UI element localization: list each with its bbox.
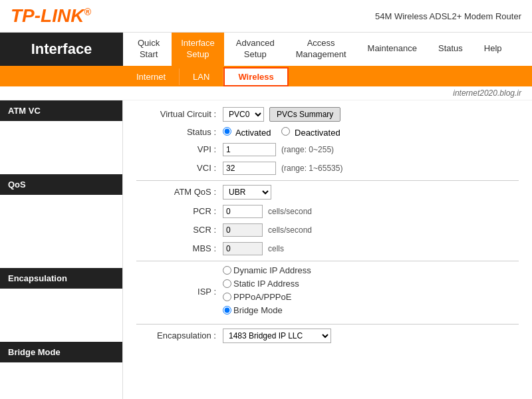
- virtual-circuit-row: Virtual Circuit : PVC0PVC1PVC2 PVC3PVC4P…: [136, 107, 519, 122]
- scr-row: SCR : cells/second: [136, 223, 519, 237]
- nav-item-interface-setup[interactable]: Interface Setup: [172, 33, 224, 66]
- main-content: ATM VC QoS Encapsulation Bridge Mode Vir…: [0, 100, 532, 399]
- status-deactivated-radio[interactable]: [281, 127, 290, 136]
- nav-item-quick-start[interactable]: Quick Start: [128, 33, 169, 66]
- status-control: Activated Deactivated: [223, 127, 340, 138]
- mbs-control: cells: [223, 242, 284, 255]
- atm-qos-control: UBRCBRrt-VBRnrt-VBR: [223, 185, 271, 200]
- vpi-range: (range: 0~255): [281, 145, 334, 154]
- watermark-bar: internet2020.blog.ir: [0, 86, 532, 100]
- sidebar-section-encapsulation: Encapsulation: [0, 268, 122, 289]
- atm-qos-select[interactable]: UBRCBRrt-VBRnrt-VBR: [223, 185, 271, 200]
- vpi-label: VPI :: [136, 144, 223, 154]
- status-deactivated-label[interactable]: Deactivated: [281, 127, 340, 138]
- isp-label: ISP :: [136, 287, 223, 297]
- isp-label-row: ISP : Dynamic IP Address Static IP Addre…: [136, 265, 519, 319]
- sidebar: ATM VC QoS Encapsulation Bridge Mode: [0, 100, 123, 399]
- virtual-circuit-select[interactable]: PVC0PVC1PVC2 PVC3PVC4PVC5 PVC6PVC7: [223, 107, 264, 122]
- header: TP-LINK® 54M Wireless ADSL2+ Modem Route…: [0, 0, 532, 33]
- vpi-control: (range: 0~255): [223, 143, 334, 156]
- isp-section: ISP : Dynamic IP Address Static IP Addre…: [136, 265, 519, 319]
- isp-bridge-radio[interactable]: [223, 306, 231, 315]
- mbs-row: MBS : cells: [136, 242, 519, 255]
- nav-left-label: Interface: [0, 33, 123, 66]
- nav-item-maintenance[interactable]: Maintenance: [358, 38, 426, 60]
- scr-unit: cells/second: [268, 225, 312, 235]
- logo-text: TP-LINK: [11, 5, 84, 26]
- atm-qos-label: ATM QoS :: [136, 187, 223, 197]
- nav-item-status[interactable]: Status: [429, 38, 472, 60]
- isp-dynamic-row: Dynamic IP Address: [223, 265, 311, 275]
- isp-pppoa-row: PPPoA/PPPoE: [223, 292, 311, 302]
- content-area: Virtual Circuit : PVC0PVC1PVC2 PVC3PVC4P…: [123, 100, 532, 399]
- watermark-text: internet2020.blog.ir: [453, 88, 521, 98]
- logo: TP-LINK®: [11, 5, 91, 27]
- virtual-circuit-control: PVC0PVC1PVC2 PVC3PVC4PVC5 PVC6PVC7 PVCs …: [223, 107, 340, 122]
- sub-nav: Internet LAN Wireless: [0, 67, 532, 86]
- isp-static-row: Static IP Address: [223, 279, 311, 289]
- sub-nav-internet[interactable]: Internet: [123, 68, 180, 85]
- isp-pppoa-radio[interactable]: [223, 293, 231, 301]
- scr-control: cells/second: [223, 223, 312, 237]
- vci-row: VCI : (range: 1~65535): [136, 162, 519, 175]
- pcr-unit: cells/second: [268, 207, 312, 216]
- encapsulation-label: Encapsulation :: [136, 331, 223, 340]
- top-nav: Interface Quick Start Interface Setup Ad…: [0, 33, 532, 67]
- vci-input[interactable]: [223, 162, 276, 175]
- mbs-label: MBS :: [136, 243, 223, 253]
- divider-1: [136, 180, 519, 181]
- status-label: Status :: [136, 127, 223, 137]
- sidebar-section-qos: QoS: [0, 174, 122, 195]
- vci-range: (range: 1~65535): [281, 164, 342, 173]
- nav-items: Quick Start Interface Setup Advanced Set…: [123, 33, 532, 66]
- isp-static-label[interactable]: Static IP Address: [233, 279, 299, 289]
- encapsulation-control: 1483 Bridged IP LLC 1483 Bridged IP VC-M…: [223, 329, 331, 343]
- pcr-row: PCR : cells/second: [136, 205, 519, 218]
- status-activated-label[interactable]: Activated: [223, 127, 271, 138]
- vci-label: VCI :: [136, 163, 223, 173]
- vci-control: (range: 1~65535): [223, 162, 342, 175]
- divider-2: [136, 261, 519, 261]
- nav-item-help[interactable]: Help: [475, 38, 511, 60]
- isp-options: Dynamic IP Address Static IP Address PPP…: [223, 265, 311, 319]
- scr-input[interactable]: [223, 223, 263, 237]
- vpi-row: VPI : (range: 0~255): [136, 143, 519, 156]
- status-activated-text: Activated: [235, 128, 271, 138]
- sidebar-section-atm-vc: ATM VC: [0, 100, 122, 121]
- mbs-unit: cells: [268, 244, 284, 253]
- vpi-input[interactable]: [223, 143, 276, 156]
- sub-nav-wireless[interactable]: Wireless: [223, 67, 288, 86]
- isp-dynamic-radio[interactable]: [223, 266, 231, 275]
- encapsulation-select[interactable]: 1483 Bridged IP LLC 1483 Bridged IP VC-M…: [223, 329, 331, 343]
- pcr-control: cells/second: [223, 205, 312, 218]
- isp-dynamic-label[interactable]: Dynamic IP Address: [233, 265, 311, 275]
- pcr-label: PCR :: [136, 206, 223, 216]
- isp-bridge-label[interactable]: Bridge Mode: [233, 305, 283, 315]
- logo-reg: ®: [84, 7, 90, 17]
- status-activated-radio[interactable]: [223, 127, 231, 136]
- isp-pppoa-label[interactable]: PPPoA/PPPoE: [233, 292, 291, 302]
- isp-static-radio[interactable]: [223, 279, 231, 288]
- pcr-input[interactable]: [223, 205, 263, 218]
- encapsulation-row: Encapsulation : 1483 Bridged IP LLC 1483…: [136, 329, 519, 343]
- nav-item-access-management[interactable]: Access Management: [287, 33, 356, 66]
- sidebar-section-bridge-mode: Bridge Mode: [0, 342, 122, 362]
- atm-qos-row: ATM QoS : UBRCBRrt-VBRnrt-VBR: [136, 185, 519, 200]
- pvcs-summary-button[interactable]: PVCs Summary: [269, 107, 340, 122]
- isp-bridge-row: Bridge Mode: [223, 305, 311, 315]
- device-title: 54M Wireless ADSL2+ Modem Router: [375, 11, 521, 21]
- nav-item-advanced-setup[interactable]: Advanced Setup: [227, 33, 284, 66]
- scr-label: SCR :: [136, 225, 223, 235]
- sub-nav-lan[interactable]: LAN: [180, 68, 223, 85]
- mbs-input[interactable]: [223, 242, 263, 255]
- status-row: Status : Activated Deactivated: [136, 127, 519, 138]
- status-deactivated-text: Deactivated: [295, 128, 340, 138]
- virtual-circuit-label: Virtual Circuit :: [136, 109, 223, 119]
- divider-3: [136, 324, 519, 325]
